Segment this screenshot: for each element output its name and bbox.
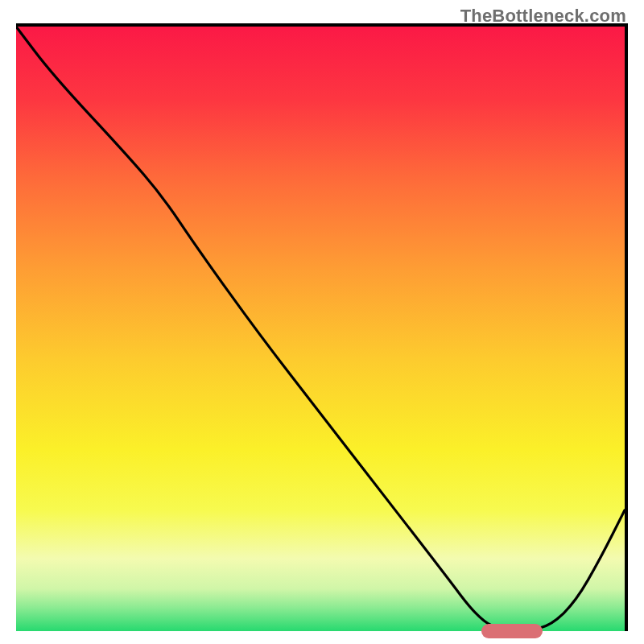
chart-container	[16, 23, 628, 631]
optimal-range-marker	[481, 624, 543, 638]
chart-curve	[16, 27, 625, 631]
